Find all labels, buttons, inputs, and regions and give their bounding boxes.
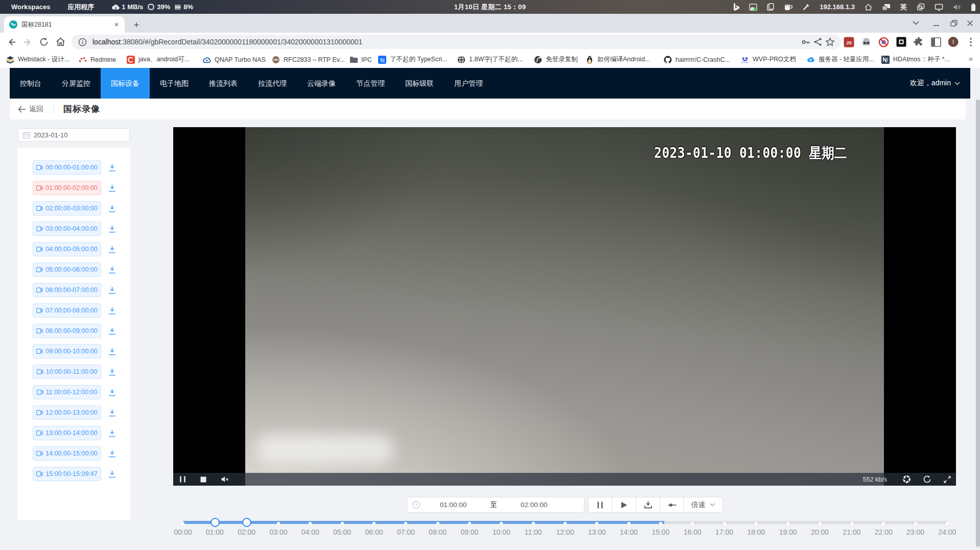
nav-item-split-monitor[interactable]: 分屏监控 [52, 68, 101, 99]
browser-menu-kebab-icon[interactable] [965, 37, 976, 47]
record-chip[interactable]: 12:00:00-13:00:00 [33, 405, 101, 420]
window-restore-icon[interactable] [950, 18, 958, 28]
record-chip[interactable]: 11:00:00-12:00:00 [33, 385, 101, 399]
record-chip[interactable]: 10:00:00-11:00:00 [33, 365, 101, 379]
screenshot-tray-icon[interactable] [749, 4, 757, 11]
record-chip[interactable]: 09:00:00-10:00:00 [33, 344, 101, 358]
bing-tray-icon[interactable] [733, 3, 739, 11]
side-panel-icon[interactable] [930, 37, 941, 47]
record-chip[interactable]: 03:00:00-04:00:00 [33, 222, 101, 236]
tray-ip-address[interactable]: 192.168.1.3 [820, 3, 855, 11]
record-download-button[interactable] [107, 428, 116, 438]
snapshot-icon[interactable] [903, 475, 911, 483]
record-chip[interactable]: 14:00:00-15:00:00 [33, 446, 101, 461]
nav-item-gb-device[interactable]: 国标设备 [101, 68, 150, 99]
battery-tray-icon[interactable] [971, 3, 976, 11]
seek-button[interactable] [660, 497, 684, 513]
play-button[interactable] [612, 497, 636, 513]
player-pause-icon[interactable] [180, 476, 185, 483]
record-download-button[interactable] [107, 224, 116, 233]
bookmark-wvp-doc[interactable]: WVP·PRO WVP-PRO文档 [738, 54, 799, 65]
bookmark-server[interactable]: 服务器 - 轻量应用... [804, 54, 877, 65]
record-chip[interactable]: 00:00:00-01:00:00 [33, 160, 101, 175]
timeline-handle-start[interactable] [211, 518, 220, 527]
bookmark-18w[interactable]: 1.8W字|了不起的... [454, 54, 526, 65]
js-extension-icon[interactable]: JS [844, 37, 854, 47]
player-stop-icon[interactable] [200, 476, 206, 483]
record-chip[interactable]: 08:00:00-09:00:00 [33, 324, 101, 338]
refresh-icon[interactable] [923, 475, 931, 483]
nav-item-cloud-record[interactable]: 云端录像 [297, 68, 346, 99]
address-bar[interactable]: localhost:38080/#/gbRecordDetail/3402000… [72, 35, 841, 49]
player-mute-icon[interactable] [221, 476, 229, 483]
bookmark-webstack[interactable]: Webstack - 设计... [3, 54, 73, 65]
page-scrollbar[interactable] [974, 68, 980, 550]
record-download-button[interactable] [107, 388, 116, 397]
profile-avatar[interactable]: I [948, 37, 959, 47]
start-time-input[interactable]: 01:00:00 [420, 501, 486, 509]
speed-dropdown[interactable]: 倍速 [683, 497, 723, 513]
nav-item-map[interactable]: 电子地图 [150, 68, 199, 99]
record-download-button[interactable] [107, 163, 116, 172]
record-chip[interactable]: 01:00:00-02:00:00 [33, 181, 101, 195]
nav-item-gb-cascade[interactable]: 国标级联 [395, 68, 444, 99]
fullscreen-icon[interactable] [944, 476, 951, 483]
home-button[interactable] [53, 35, 67, 49]
reload-button[interactable] [37, 35, 51, 49]
bookmark-hdatmos[interactable]: HDAtmos :: 种子 *... [878, 54, 953, 65]
record-download-button[interactable] [107, 449, 116, 458]
record-chip[interactable]: 02:00:00-03:00:00 [33, 201, 101, 216]
record-download-button[interactable] [107, 183, 116, 193]
new-tab-button[interactable]: + [131, 19, 142, 31]
cup-tray-icon[interactable] [784, 4, 792, 11]
bookmark-redmine[interactable]: Redmine [76, 54, 119, 65]
ime-indicator[interactable]: 英 [900, 3, 907, 12]
volume-tray-icon[interactable] [953, 4, 961, 11]
window-close-icon[interactable] [967, 18, 973, 28]
tab-close-icon[interactable]: × [112, 20, 121, 29]
record-download-button[interactable] [107, 245, 116, 254]
nav-item-user-manage[interactable]: 用户管理 [444, 68, 493, 99]
extensions-puzzle-icon[interactable] [913, 37, 924, 47]
back-button[interactable] [4, 35, 18, 49]
end-time-input[interactable]: 02:00:00 [501, 501, 567, 509]
record-chip[interactable]: 07:00:00-08:00:00 [33, 303, 101, 318]
record-download-button[interactable] [107, 469, 116, 479]
window-minimize-icon[interactable] [933, 18, 940, 28]
bookmark-csdn[interactable]: java、android可... [124, 54, 193, 65]
record-chip[interactable]: 04:00:00-05:00:00 [33, 242, 101, 256]
download-button[interactable] [636, 497, 660, 513]
record-download-button[interactable] [107, 265, 116, 274]
bookmark-star-icon[interactable] [824, 36, 836, 48]
nav-item-node-manage[interactable]: 节点管理 [346, 68, 395, 99]
nav-item-push-list[interactable]: 推流列表 [199, 68, 248, 99]
pause-button[interactable] [588, 497, 612, 513]
tampermonkey-extension-icon[interactable] [861, 37, 872, 47]
record-chip[interactable]: 05:00:00-06:00:00 [33, 262, 101, 277]
video-player[interactable]: 2023-01-10 01:00:00 星期二 552 kb/s [173, 127, 956, 486]
bookmark-github[interactable]: hairrrrr/C-CrashC... [661, 54, 733, 65]
password-key-icon[interactable] [799, 36, 811, 48]
record-download-button[interactable] [107, 347, 116, 356]
display-tray-icon[interactable] [935, 4, 943, 11]
bookmarks-overflow-chevron[interactable]: » [969, 54, 973, 63]
window-switch-tray-icon[interactable] [917, 3, 925, 11]
url-text[interactable]: localhost:38080/#/gbRecordDetail/3402000… [92, 38, 799, 46]
record-download-button[interactable] [107, 285, 116, 295]
timeline-handle-end[interactable] [242, 518, 251, 527]
bookmark-rfc2833[interactable]: RFC2833 – RTP Ev... [269, 54, 348, 65]
nav-item-console[interactable]: 控制台 [10, 68, 52, 99]
record-download-button[interactable] [107, 326, 116, 336]
record-download-button[interactable] [107, 408, 116, 417]
bookmark-zhihu-ts[interactable]: 知 了不起的 TypeScri... [375, 54, 451, 65]
bookmark-android-compile[interactable]: 如何编译Android... [582, 54, 654, 65]
scrollbar-thumb[interactable] [976, 100, 980, 547]
browser-tab[interactable]: 国标28181 × [4, 16, 125, 33]
home-tray-icon[interactable] [865, 4, 872, 11]
bookmark-copy-free[interactable]: 免登录复制 [531, 54, 581, 65]
blocker-extension-icon[interactable] [878, 37, 889, 47]
bookmark-ipc[interactable]: IPC [346, 54, 375, 65]
record-chip[interactable]: 15:00:00-15:09:47 [33, 467, 101, 481]
clipboard-tray-icon[interactable] [767, 3, 774, 11]
forward-button[interactable] [20, 35, 35, 49]
